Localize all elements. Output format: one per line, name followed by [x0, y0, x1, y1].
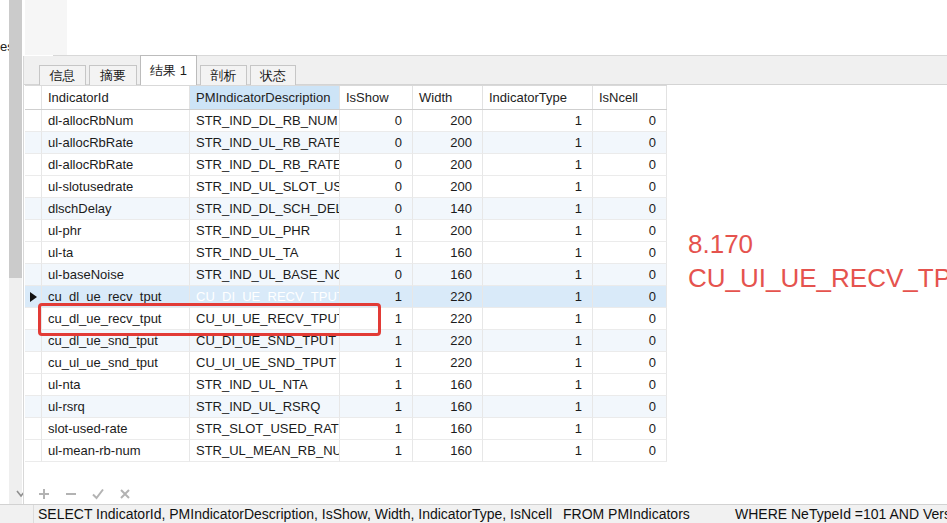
- cell-IndicatorType[interactable]: 1: [483, 264, 593, 286]
- cell-IndicatorType[interactable]: 1: [483, 176, 593, 198]
- cell-IsNcell[interactable]: 0: [593, 220, 667, 242]
- delete-record-button[interactable]: [64, 487, 78, 501]
- tab-status[interactable]: 状态: [250, 65, 296, 85]
- tab-profile[interactable]: 剖析: [200, 65, 247, 85]
- cell-PMIndicatorDescription[interactable]: STR_IND_UL_RB_RATE: [190, 132, 340, 154]
- cell-Width[interactable]: 220: [413, 286, 483, 308]
- tree-scrollbar[interactable]: [9, 0, 22, 504]
- cell-Width[interactable]: 160: [413, 418, 483, 440]
- cell-IndicatorId[interactable]: ul-ta: [42, 242, 190, 264]
- cell-IsShow[interactable]: 1: [340, 242, 413, 264]
- cell-Width[interactable]: 220: [413, 308, 483, 330]
- cell-IndicatorType[interactable]: 1: [483, 374, 593, 396]
- cell-IndicatorId[interactable]: ul-baseNoise: [42, 264, 190, 286]
- cell-IndicatorId[interactable]: ul-nta: [42, 374, 190, 396]
- cell-IsShow[interactable]: 1: [340, 286, 413, 308]
- column-header-IsShow[interactable]: IsShow: [340, 86, 413, 109]
- cell-Width[interactable]: 160: [413, 264, 483, 286]
- cell-Width[interactable]: 140: [413, 198, 483, 220]
- cell-PMIndicatorDescription[interactable]: STR_IND_UL_RSRQ: [190, 396, 340, 418]
- cell-Width[interactable]: 200: [413, 132, 483, 154]
- cell-IndicatorId[interactable]: dl-allocRbRate: [42, 154, 190, 176]
- cell-IsShow[interactable]: 1: [340, 440, 413, 462]
- cell-Width[interactable]: 200: [413, 220, 483, 242]
- add-record-button[interactable]: [37, 487, 51, 501]
- cell-Width[interactable]: 160: [413, 440, 483, 462]
- cell-IndicatorType[interactable]: 1: [483, 286, 593, 308]
- cell-IsShow[interactable]: 1: [340, 352, 413, 374]
- cell-IsNcell[interactable]: 0: [593, 154, 667, 176]
- cell-PMIndicatorDescription[interactable]: CU_DI_UE_RECV_TPUT: [190, 286, 340, 308]
- cell-Width[interactable]: 220: [413, 330, 483, 352]
- cell-IsNcell[interactable]: 0: [593, 374, 667, 396]
- cell-IndicatorType[interactable]: 1: [483, 418, 593, 440]
- cell-IndicatorId[interactable]: dlschDelay: [42, 198, 190, 220]
- column-header-Width[interactable]: Width: [413, 86, 483, 109]
- cell-IsShow[interactable]: 0: [340, 110, 413, 132]
- cell-PMIndicatorDescription[interactable]: STR_IND_UL_PHR: [190, 220, 340, 242]
- cell-IsShow[interactable]: 0: [340, 198, 413, 220]
- cell-IsNcell[interactable]: 0: [593, 396, 667, 418]
- column-header-IndicatorId[interactable]: IndicatorId: [42, 86, 190, 109]
- cell-Width[interactable]: 200: [413, 110, 483, 132]
- column-header-PMIndicatorDescription[interactable]: PMIndicatorDescription: [190, 86, 340, 109]
- cell-PMIndicatorDescription[interactable]: STR_SLOT_USED_RATE: [190, 418, 340, 440]
- cell-IndicatorId[interactable]: ul-rsrq: [42, 396, 190, 418]
- cell-IndicatorType[interactable]: 1: [483, 198, 593, 220]
- cell-IsNcell[interactable]: 0: [593, 418, 667, 440]
- cell-Width[interactable]: 160: [413, 374, 483, 396]
- cell-IsShow[interactable]: 0: [340, 264, 413, 286]
- tab-result-1[interactable]: 结果 1: [140, 55, 197, 85]
- tab-summary[interactable]: 摘要: [89, 65, 137, 85]
- cell-IsNcell[interactable]: 0: [593, 264, 667, 286]
- cell-IsNcell[interactable]: 0: [593, 242, 667, 264]
- column-header-IndicatorType[interactable]: IndicatorType: [483, 86, 593, 109]
- cell-IndicatorType[interactable]: 1: [483, 396, 593, 418]
- cell-IsShow[interactable]: 1: [340, 374, 413, 396]
- cell-PMIndicatorDescription[interactable]: STR_IND_UL_TA: [190, 242, 340, 264]
- cell-IsNcell[interactable]: 0: [593, 110, 667, 132]
- cell-IsShow[interactable]: 0: [340, 154, 413, 176]
- cell-Width[interactable]: 160: [413, 396, 483, 418]
- cell-IndicatorId[interactable]: ul-phr: [42, 220, 190, 242]
- cell-IsNcell[interactable]: 0: [593, 132, 667, 154]
- cell-IndicatorType[interactable]: 1: [483, 330, 593, 352]
- cell-IsShow[interactable]: 0: [340, 176, 413, 198]
- cell-PMIndicatorDescription[interactable]: CU_DI_UE_SND_TPUT: [190, 330, 340, 352]
- cell-IndicatorType[interactable]: 1: [483, 308, 593, 330]
- scrollbar-thumb[interactable]: [9, 0, 22, 278]
- cell-PMIndicatorDescription[interactable]: STR_UL_MEAN_RB_NUM: [190, 440, 340, 462]
- cell-IndicatorId[interactable]: slot-used-rate: [42, 418, 190, 440]
- cell-PMIndicatorDescription[interactable]: STR_IND_UL_NTA: [190, 374, 340, 396]
- cell-IsShow[interactable]: 1: [340, 308, 413, 330]
- cell-IsNcell[interactable]: 0: [593, 308, 667, 330]
- cell-IndicatorType[interactable]: 1: [483, 110, 593, 132]
- cell-IndicatorType[interactable]: 1: [483, 132, 593, 154]
- cell-PMIndicatorDescription[interactable]: CU_UI_UE_SND_TPUT: [190, 352, 340, 374]
- cell-IndicatorId[interactable]: cu_ul_ue_snd_tput: [42, 352, 190, 374]
- cell-IndicatorId[interactable]: cu_dl_ue_recv_tput: [42, 308, 190, 330]
- cell-IsNcell[interactable]: 0: [593, 176, 667, 198]
- column-header-IsNcell[interactable]: IsNcell: [593, 86, 667, 109]
- cell-IndicatorId[interactable]: ul-allocRbRate: [42, 132, 190, 154]
- cell-IsShow[interactable]: 0: [340, 132, 413, 154]
- cell-PMIndicatorDescription[interactable]: STR_IND_UL_BASE_NOIS: [190, 264, 340, 286]
- cell-PMIndicatorDescription[interactable]: CU_UI_UE_RECV_TPUT: [190, 308, 340, 330]
- cell-IndicatorId[interactable]: cu_dl_ue_snd_tput: [42, 330, 190, 352]
- cell-IndicatorId[interactable]: cu_dl_ue_recv_tput: [42, 286, 190, 308]
- apply-changes-button[interactable]: [91, 487, 105, 501]
- cell-IndicatorType[interactable]: 1: [483, 220, 593, 242]
- cell-IndicatorType[interactable]: 1: [483, 352, 593, 374]
- cell-IsNcell[interactable]: 0: [593, 330, 667, 352]
- cell-IndicatorType[interactable]: 1: [483, 440, 593, 462]
- cell-PMIndicatorDescription[interactable]: STR_IND_DL_RB_RATE: [190, 154, 340, 176]
- discard-changes-button[interactable]: [118, 487, 132, 501]
- cell-IsNcell[interactable]: 0: [593, 440, 667, 462]
- cell-Width[interactable]: 200: [413, 176, 483, 198]
- cell-PMIndicatorDescription[interactable]: STR_IND_DL_SCH_DELAY: [190, 198, 340, 220]
- cell-IsNcell[interactable]: 0: [593, 198, 667, 220]
- cell-IsShow[interactable]: 1: [340, 330, 413, 352]
- tab-info[interactable]: 信息: [39, 65, 86, 85]
- cell-IsShow[interactable]: 1: [340, 396, 413, 418]
- cell-Width[interactable]: 200: [413, 154, 483, 176]
